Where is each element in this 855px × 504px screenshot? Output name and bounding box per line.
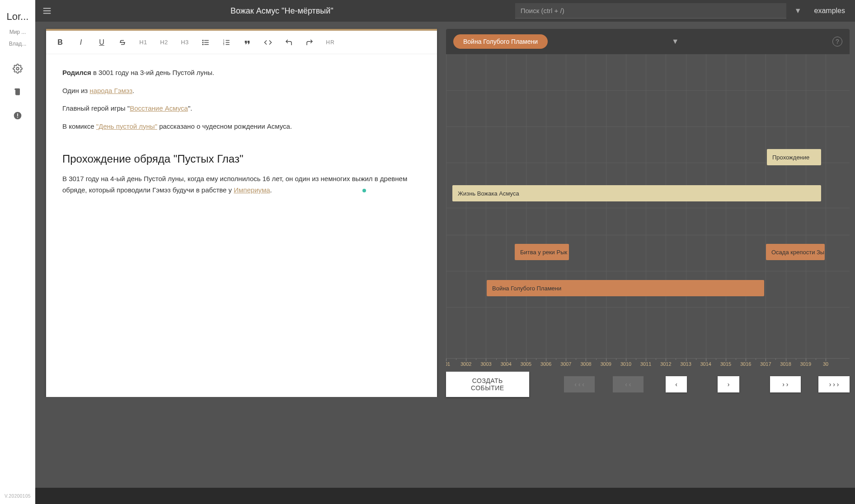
nav-fast-fwd-button[interactable]: › › › bbox=[818, 376, 850, 392]
svg-point-0 bbox=[16, 67, 19, 70]
editor-content[interactable]: Родился в 3001 году на 3-ий день Пустой … bbox=[46, 54, 437, 397]
ol-button[interactable]: 123 bbox=[221, 35, 231, 50]
editor-toolbar: B I U H1 H2 H3 123 bbox=[46, 31, 437, 54]
underline-button[interactable]: U bbox=[97, 35, 107, 50]
ruler-year: 30 bbox=[823, 359, 828, 367]
search-dropdown-icon[interactable]: ▼ bbox=[791, 7, 805, 15]
timeline-filter-chip[interactable]: Война Голубого Пламени bbox=[453, 34, 548, 49]
ruler-year: 3003 bbox=[480, 359, 491, 367]
timeline-event[interactable]: Битва у реки Рык bbox=[515, 244, 569, 260]
link-imperium[interactable]: Империума bbox=[234, 186, 270, 194]
nav-back-button[interactable]: ‹ bbox=[666, 376, 687, 392]
nav-fwd-button[interactable]: › bbox=[718, 376, 739, 392]
scroll-icon[interactable] bbox=[12, 87, 23, 98]
sidebar-world-label: Мир ... bbox=[0, 26, 35, 38]
link-den-pustoi-luny[interactable]: "День пустой луны" bbox=[96, 122, 157, 130]
ul-button[interactable] bbox=[201, 35, 211, 50]
nav-med-fwd-button[interactable]: › › bbox=[770, 376, 801, 392]
timeline-event[interactable]: Война Голубого Пламени bbox=[487, 280, 764, 296]
app-logo[interactable]: Lor... bbox=[0, 5, 35, 26]
bold-button[interactable]: B bbox=[55, 35, 65, 50]
quote-button[interactable] bbox=[242, 35, 252, 50]
ruler-year: 3009 bbox=[600, 359, 611, 367]
born-bold: Родился bbox=[62, 69, 91, 76]
sidebar-owner-label: Влад... bbox=[0, 38, 35, 50]
timeline-event[interactable]: Осада крепости Зы bbox=[766, 244, 825, 260]
ruler-year: 3004 bbox=[500, 359, 511, 367]
help-icon[interactable]: ? bbox=[832, 37, 842, 47]
timeline-event[interactable]: Жизнь Вожака Асмуса bbox=[452, 185, 821, 201]
examples-link[interactable]: examples bbox=[810, 7, 850, 15]
gear-icon[interactable] bbox=[12, 63, 23, 74]
ruler-year: 3014 bbox=[700, 359, 711, 367]
ruler-year: 3015 bbox=[720, 359, 731, 367]
svg-point-13 bbox=[202, 44, 203, 45]
timeline-header: Война Голубого Пламени ▼ ? bbox=[446, 29, 850, 54]
alert-icon[interactable] bbox=[12, 110, 23, 121]
nav-fast-back-button: ‹ ‹ ‹ bbox=[564, 376, 595, 392]
hr-button[interactable]: HR bbox=[325, 35, 335, 50]
ruler-year: 3008 bbox=[580, 359, 591, 367]
nav-med-back-button: ‹ ‹ bbox=[613, 376, 644, 392]
timeline-ruler: 0013002300330043005300630073008300930103… bbox=[446, 358, 850, 372]
ruler-year: 3010 bbox=[620, 359, 631, 367]
h2-button[interactable]: H2 bbox=[159, 35, 169, 50]
redo-button[interactable] bbox=[305, 35, 315, 50]
timeline-pane: Война Голубого Пламени ▼ ? ПрохождениеЖи… bbox=[446, 29, 850, 397]
ruler-year: 3002 bbox=[460, 359, 471, 367]
topbar: Вожак Асмус "Не-мёртвый" ▼ examples bbox=[35, 0, 855, 22]
page-title: Вожак Асмус "Не-мёртвый" bbox=[230, 6, 334, 16]
sidebar-left: Lor... Мир ... Влад... V.20200105 bbox=[0, 0, 35, 504]
ruler-year: 3012 bbox=[660, 359, 671, 367]
ruler-year: 3013 bbox=[680, 359, 691, 367]
link-narod-gemez[interactable]: народа Гэмэз bbox=[89, 87, 132, 94]
svg-rect-2 bbox=[17, 113, 18, 117]
strikethrough-button[interactable] bbox=[117, 35, 127, 50]
link-vosstanie-asmusa[interactable]: Восстание Асмуса bbox=[130, 104, 188, 112]
svg-point-11 bbox=[202, 40, 203, 41]
h1-button[interactable]: H1 bbox=[138, 35, 148, 50]
ruler-year: 3016 bbox=[740, 359, 751, 367]
ruler-year: 3017 bbox=[760, 359, 771, 367]
version-label: V.20200105 bbox=[5, 494, 31, 499]
ruler-year: 3006 bbox=[540, 359, 551, 367]
timeline-controls: СОЗДАТЬ СОБЫТИЕ ‹ ‹ ‹ ‹ ‹ ‹ › › › › › › bbox=[446, 372, 850, 397]
footer-bar bbox=[35, 488, 855, 504]
undo-button[interactable] bbox=[284, 35, 294, 50]
cursor-dot-icon bbox=[362, 189, 366, 192]
svg-point-12 bbox=[202, 42, 203, 43]
h3-button[interactable]: H3 bbox=[180, 35, 190, 50]
ruler-year: 3018 bbox=[780, 359, 791, 367]
search-input[interactable] bbox=[515, 3, 786, 19]
timeline-body[interactable]: ПрохождениеЖизнь Вожака АсмусаБитва у ре… bbox=[446, 54, 850, 372]
code-button[interactable] bbox=[263, 35, 273, 50]
section-heading: Прохождение обряда "Пустых Глаз" bbox=[62, 150, 421, 168]
ruler-year: 3007 bbox=[560, 359, 571, 367]
ruler-year: 3011 bbox=[640, 359, 651, 367]
ruler-year: 001 bbox=[446, 359, 450, 367]
create-event-button[interactable]: СОЗДАТЬ СОБЫТИЕ bbox=[446, 372, 529, 397]
italic-button[interactable]: I bbox=[76, 35, 86, 50]
svg-rect-3 bbox=[17, 117, 18, 118]
ruler-year: 3019 bbox=[800, 359, 811, 367]
hamburger-icon[interactable] bbox=[41, 5, 53, 17]
svg-text:3: 3 bbox=[223, 43, 225, 46]
timeline-event[interactable]: Прохождение bbox=[767, 149, 821, 165]
timeline-chip-dropdown-icon[interactable]: ▼ bbox=[672, 37, 679, 46]
ruler-year: 3005 bbox=[521, 359, 531, 367]
editor-pane: B I U H1 H2 H3 123 bbox=[46, 29, 437, 397]
